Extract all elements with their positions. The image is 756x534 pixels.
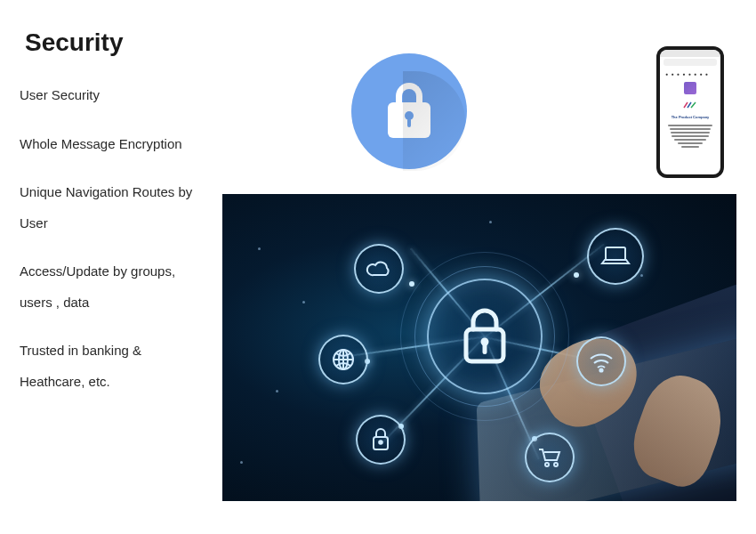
svg-rect-0 — [466, 329, 503, 361]
central-lock-ring — [427, 279, 543, 394]
svg-rect-3 — [606, 247, 625, 260]
lock-icon — [388, 102, 430, 138]
svg-point-6 — [599, 368, 602, 371]
lock-icon — [459, 306, 511, 367]
svg-point-10 — [554, 463, 558, 466]
feature-item: Access/Update by groups, users , data — [20, 256, 197, 318]
wifi-icon — [576, 336, 626, 386]
page-title: Security — [25, 28, 124, 57]
globe-icon — [318, 335, 368, 384]
cart-icon — [525, 433, 575, 482]
feature-list: User Security Whole Message Encryption U… — [20, 80, 197, 415]
svg-rect-2 — [483, 344, 487, 354]
phone-title: The Product Company — [664, 115, 717, 119]
phone-mockup: ● ● ● ● ● ● ● ● The Product Company — [656, 46, 724, 178]
phone-screen: ● ● ● ● ● ● ● ● The Product Company — [660, 50, 720, 174]
svg-point-8 — [379, 441, 382, 444]
phone-app-logo-icon — [684, 82, 696, 94]
phone-urlbar — [664, 59, 717, 66]
phone-logo-mark-icon — [664, 97, 717, 113]
laptop-icon — [587, 228, 644, 285]
feature-item: Whole Message Encryption — [20, 129, 197, 160]
phone-statusbar — [660, 50, 720, 57]
svg-point-1 — [481, 338, 489, 346]
phone-body-text — [664, 125, 717, 148]
cloud-icon — [354, 244, 404, 294]
svg-point-9 — [545, 463, 549, 466]
feature-item: Trusted in banking & Heathcare, etc. — [20, 336, 197, 397]
phone-password-dots: ● ● ● ● ● ● ● ● — [665, 71, 717, 77]
hero-security-image — [222, 194, 736, 501]
feature-item: Unique Navigation Routes by User — [20, 177, 197, 239]
lock-badge — [351, 53, 467, 169]
lock-mini-icon — [356, 415, 406, 465]
lock-circle-icon — [351, 53, 467, 169]
feature-item: User Security — [20, 80, 197, 111]
